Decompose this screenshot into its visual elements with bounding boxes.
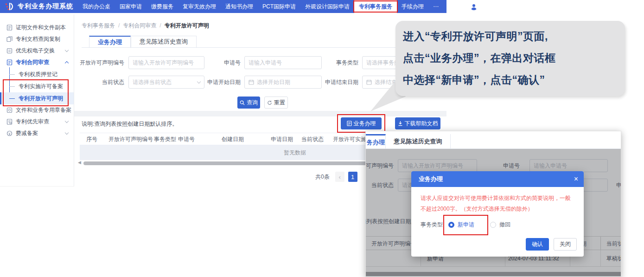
field-label-end-date: 申请结束日期	[322, 76, 358, 89]
modal-notice-text: 请求人应提交对许可使用费计算依据和方式的简要说明，一般不超过2000字。（支付方…	[421, 193, 574, 215]
sidebar-item-label: 专利权质押登记	[19, 71, 57, 77]
transaction-type-radio-group: 事务类型 新申请 撤回	[421, 221, 574, 229]
application-no-input-wrap	[244, 56, 322, 69]
download-help-label: 下载帮助文档	[405, 120, 438, 128]
close-button[interactable]: 关闭	[554, 238, 577, 251]
declaration-no-input-wrap	[128, 56, 204, 69]
sidebar-item-contract-review[interactable]: 专利合同审查	[0, 57, 74, 68]
chevron-down-icon	[65, 119, 69, 123]
application-no-input[interactable]	[249, 59, 318, 66]
callout-line: 中选择“新申请”，点击“确认”	[403, 69, 616, 91]
field-label-current-status: 当前状态	[79, 76, 124, 89]
user-name-blurred	[480, 4, 497, 9]
sidebar-item-label: 专利实施许可备案	[19, 83, 63, 90]
tabs-underline	[82, 47, 439, 48]
nav-item-patent-affairs[interactable]: 专利事务服务	[354, 0, 397, 13]
pagination-total: 共0条	[315, 173, 330, 181]
tab-opinion-history[interactable]: 意见陈述历史查询	[131, 36, 197, 48]
pagination-prev-button[interactable]: ‹	[335, 172, 344, 182]
fee-icon	[6, 130, 13, 136]
nav-item-pct[interactable]: PCT国际申请	[258, 0, 300, 13]
column-header: 开放许可声明编号	[108, 133, 153, 146]
breadcrumb-item[interactable]: 专利事务服务	[82, 22, 115, 29]
breadcrumb-item[interactable]: 专利合同审查	[123, 22, 156, 29]
current-status-select[interactable]	[128, 76, 204, 89]
sidebar-item-doc-review[interactable]: 专利文档查阅复制	[0, 33, 74, 45]
pagination: 共0条 ‹ 1	[315, 172, 361, 182]
start-date-picker[interactable]	[244, 76, 322, 89]
field-label-declaration-no: 开放许可声明编号	[79, 56, 124, 69]
business-handling-button[interactable]: 业务办理	[341, 117, 382, 129]
chevron-down-icon	[65, 48, 69, 52]
sidebar-item-label: 专利文档查阅复制	[16, 35, 60, 43]
horizontal-scrollbar[interactable]	[83, 161, 371, 165]
confirm-button[interactable]: 确认	[526, 238, 549, 251]
breadcrumb-separator: /	[118, 22, 120, 29]
callout-line: 进入“专利开放许可声明”页面,	[403, 26, 616, 47]
download-help-button[interactable]: 下载帮助文档	[395, 117, 440, 129]
contract-icon	[6, 59, 13, 65]
radio-label: 新申请	[458, 221, 474, 229]
pagination-page-1[interactable]: 1	[348, 172, 357, 182]
nav-item-national[interactable]: 国家申请	[115, 0, 147, 13]
nav-right-cluster	[443, 0, 509, 13]
tab-business-handling-cropped[interactable]: 务办理	[366, 134, 386, 149]
sidebar-item-label: 证明文件和文件副本	[16, 24, 66, 32]
sidebar-item-pledge-registration[interactable]: 专利权质押登记	[0, 68, 74, 80]
sidebar-item-label: 专利合同审查	[16, 58, 49, 66]
declaration-no-input[interactable]	[133, 59, 200, 66]
chevron-down-icon	[65, 131, 69, 135]
chevron-down-icon[interactable]	[500, 4, 504, 7]
download-icon	[398, 121, 403, 126]
column-header: 申请号	[178, 133, 195, 146]
search-button[interactable]: 查询	[237, 97, 260, 109]
current-status-input[interactable]	[133, 79, 198, 85]
overlay-screenshot: 务办理 意见陈述历史查询 可声明编号 申请号 当前状态 申 说明:查询列表按照创…	[365, 131, 621, 277]
nav-item-desk[interactable]: 我的办公桌	[78, 0, 115, 13]
field-label-start-date: 申请开始日期	[204, 76, 241, 89]
empty-text: 暂无数据	[284, 145, 306, 160]
reset-button-label: 重置	[274, 99, 285, 107]
tab-business-handling[interactable]: 业务办理	[89, 36, 131, 48]
logo-icon	[5, 2, 15, 11]
nav-more-icon[interactable]: ⋯	[428, 0, 443, 13]
nav-divider	[447, 3, 447, 10]
nav-item-reexam[interactable]: 复审无效办理	[178, 0, 221, 13]
tab-opinion-history[interactable]: 意见陈述历史查询	[386, 134, 451, 149]
reset-button[interactable]: 重置	[264, 97, 288, 109]
sidebar-item-priority-exchange[interactable]: 优先权电子交换	[0, 45, 74, 57]
nav-item-design[interactable]: 外观设计国际申请	[300, 0, 354, 13]
sidebar-item-open-license-declaration[interactable]: 专利开放许可声明	[0, 92, 74, 104]
examination-icon	[6, 119, 13, 125]
sidebar: 证明文件和文件副本 专利文档查阅复制 优先权电子交换 专利合同审查 专利权质押登…	[0, 14, 74, 187]
scrollbar-left-arrow-icon[interactable]: ◀	[78, 160, 81, 165]
sidebar-item-priority-examination[interactable]: 专利优先审查	[0, 116, 74, 128]
radio-withdraw[interactable]: 撤回	[490, 221, 510, 229]
field-label-application-no: 申请号	[213, 56, 241, 69]
seal-icon	[6, 107, 13, 113]
radio-new-application[interactable]: 新申请	[448, 221, 474, 229]
sidebar-submenu: 专利权质押登记 专利实施许可备案 专利开放许可声明	[0, 68, 74, 104]
start-date-input[interactable]	[257, 79, 318, 85]
sidebar-item-fee-reduction[interactable]: 费减备案	[0, 128, 74, 139]
business-handling-label: 业务办理	[354, 120, 376, 128]
sidebar-item-seal-filing[interactable]: 文件和业务专用章备案	[0, 104, 74, 116]
app-title: 专利业务办理系统	[18, 2, 73, 11]
chevron-up-icon	[65, 61, 69, 65]
field-label-transaction-type: 事务类型	[331, 56, 358, 69]
sidebar-item-license-filing[interactable]: 专利实施许可备案	[0, 80, 74, 92]
user-avatar-icon[interactable]	[470, 3, 478, 10]
nav-divider	[466, 3, 466, 10]
business-handling-modal: 业务办理 × 请求人应提交对许可使用费计算依据和方式的简要说明，一般不超过200…	[411, 171, 584, 257]
column-header: 事务类型	[154, 133, 176, 146]
sidebar-item-label: 专利优先审查	[16, 118, 49, 126]
sidebar-item-cert-copies[interactable]: 证明文件和文件副本	[0, 22, 74, 33]
search-icon[interactable]	[451, 3, 462, 10]
nav-item-notice[interactable]: 通知书办理	[221, 0, 258, 13]
overlay-tabs: 务办理 意见陈述历史查询	[366, 134, 621, 149]
nav-item-procedures[interactable]: 手续办理	[397, 0, 428, 13]
chevron-down-icon	[197, 79, 201, 83]
close-icon[interactable]: ×	[574, 171, 578, 187]
nav-item-fees[interactable]: 缴费服务	[147, 0, 178, 13]
sidebar-item-label: 文件和业务专用章备案	[16, 106, 71, 114]
